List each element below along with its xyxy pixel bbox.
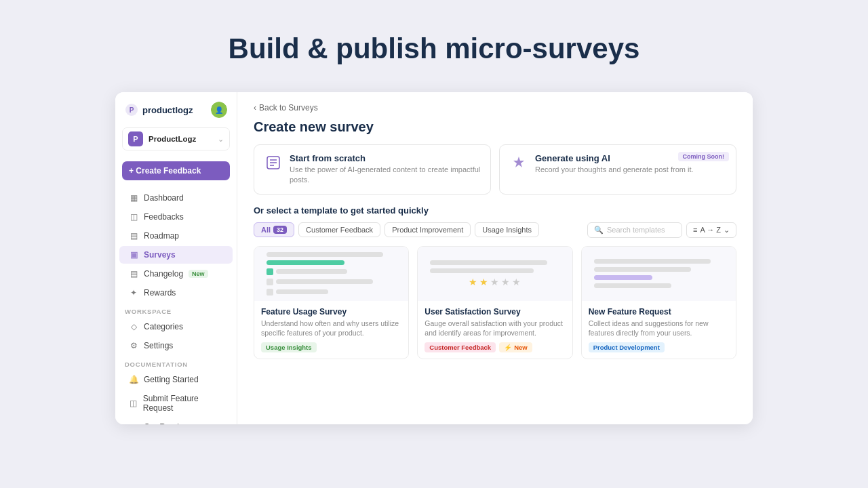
template-info-satisfaction: User Satisfaction Survey Gauge overall s…: [418, 301, 572, 359]
sort-button[interactable]: ≡ A → Z ⌄: [686, 222, 736, 238]
feedbacks-icon: ◫: [129, 212, 138, 222]
search-icon: 🔍: [594, 226, 604, 235]
template-info-feature-usage: Feature Usage Survey Understand how ofte…: [254, 301, 408, 359]
nav-item-surveys[interactable]: ▣ Surveys: [119, 246, 233, 264]
coming-soon-badge: Coming Soon!: [678, 152, 730, 161]
template-filters: All 32 Customer Feedback Product Improve…: [254, 222, 736, 238]
dashboard-icon: ▦: [129, 193, 138, 203]
nav-item-rewards[interactable]: ✦ Rewards: [119, 284, 233, 302]
template-card-feature-usage[interactable]: Feature Usage Survey Understand how ofte…: [254, 246, 409, 359]
workspace-section-label: WORKSPACE: [115, 302, 237, 317]
tag-product-development: Product Development: [589, 342, 665, 352]
rewards-icon: ✦: [129, 288, 138, 298]
start-from-scratch-card[interactable]: Start from scratch Use the power of AI-g…: [254, 144, 491, 195]
star-3: ★: [490, 277, 499, 287]
bell-icon: 🔔: [129, 375, 138, 384]
template-preview-satisfaction: ★ ★ ★ ★ ★: [418, 247, 572, 301]
nav-item-changelog[interactable]: ▤ Changelog New: [119, 265, 233, 283]
star-4: ★: [501, 277, 510, 287]
stars-row: ★ ★ ★ ★ ★: [430, 277, 559, 287]
template-section-title: Or select a template to get started quic…: [254, 205, 736, 216]
app-window: P productlogz 👤 P ProductLogz ⌄ + Create…: [115, 92, 753, 424]
template-card-new-feature[interactable]: New Feature Request Collect ideas and su…: [581, 246, 736, 359]
svg-text:👤: 👤: [215, 106, 224, 115]
logo-icon: P: [125, 103, 138, 117]
nav-item-roadmap[interactable]: ▤ Roadmap: [119, 227, 233, 245]
sort-chevron-icon: ⌄: [724, 226, 730, 235]
template-preview-new-feature: [582, 247, 736, 301]
filter-usage-button[interactable]: Usage Insights: [475, 222, 539, 237]
nav-item-dashboard[interactable]: ▦ Dashboard: [119, 189, 233, 207]
filter-product-button[interactable]: Product Improvement: [384, 222, 471, 237]
roadmap-icon: ▤: [129, 231, 138, 241]
workspace-name: ProductLogz: [149, 135, 212, 143]
tag-customer-feedback: Customer Feedback: [425, 342, 496, 352]
sidebar-logo: P productlogz 👤: [115, 102, 237, 125]
page-title: Create new survey: [254, 119, 736, 135]
nav-item-settings[interactable]: ⚙ Settings: [119, 337, 233, 354]
settings-icon: ⚙: [129, 341, 138, 350]
star-2: ★: [479, 277, 488, 287]
filter-customer-button[interactable]: Customer Feedback: [298, 222, 380, 237]
preview-bars-feature: [261, 248, 401, 300]
template-info-new-feature: New Feature Request Collect ideas and su…: [582, 301, 736, 359]
chevron-down-icon: ⌄: [218, 135, 224, 144]
nav-item-getting-started[interactable]: 🔔 Getting Started: [119, 371, 233, 388]
template-tags-feature: Usage Insights: [261, 342, 401, 352]
nav-item-our-roadmap[interactable]: ◫ Our Roadmap: [119, 418, 233, 424]
categories-icon: ◇: [129, 322, 138, 331]
filter-all-count: 32: [273, 226, 287, 234]
sort-icon: ≡: [693, 226, 697, 234]
search-templates-input[interactable]: 🔍 Search templates: [587, 222, 682, 238]
template-preview-feature-usage: [254, 247, 408, 301]
sidebar: P productlogz 👤 P ProductLogz ⌄ + Create…: [115, 92, 237, 424]
template-card-user-satisfaction[interactable]: ★ ★ ★ ★ ★ User Satisfaction Survey Gauge…: [417, 246, 572, 359]
workspace-selector[interactable]: P ProductLogz ⌄: [122, 127, 230, 150]
submit-icon: ◫: [129, 399, 138, 408]
back-to-surveys-link[interactable]: ‹ Back to Surveys: [254, 103, 736, 113]
our-roadmap-icon: ◫: [129, 422, 138, 424]
template-tags-satisfaction: Customer Feedback ⚡ New: [425, 342, 565, 352]
preview-bars-satisfaction: ★ ★ ★ ★ ★: [425, 256, 565, 291]
star-5: ★: [512, 277, 521, 287]
create-feedback-button[interactable]: + Create Feedback: [122, 161, 230, 180]
avatar: 👤: [211, 102, 227, 118]
logo-text: productlogz: [142, 105, 193, 115]
main-content: ‹ Back to Surveys Create new survey Star…: [237, 92, 753, 424]
chevron-left-icon: ‹: [254, 103, 256, 113]
docs-section-label: DOCUMENTATION: [115, 355, 237, 370]
template-tags-new-feature: Product Development: [589, 342, 729, 352]
surveys-icon: ▣: [129, 250, 138, 260]
nav-item-submit-feature[interactable]: ◫ Submit Feature Request: [119, 390, 233, 417]
create-options: Start from scratch Use the power of AI-g…: [254, 144, 736, 195]
workspace-icon: P: [128, 131, 143, 146]
star-1: ★: [469, 277, 477, 287]
svg-text:P: P: [130, 106, 134, 114]
ai-text: Generate using AI Record your thoughts a…: [535, 153, 694, 175]
nav-item-categories[interactable]: ◇ Categories: [119, 318, 233, 336]
changelog-icon: ▤: [129, 269, 138, 279]
nav-item-feedbacks[interactable]: ◫ Feedbacks: [119, 208, 233, 226]
preview-bars-new-feature: [589, 255, 729, 292]
ai-icon: [509, 153, 528, 172]
tag-new: ⚡ New: [499, 342, 532, 352]
scratch-text: Start from scratch Use the power of AI-g…: [290, 153, 481, 186]
scratch-icon: [264, 153, 283, 172]
generate-ai-card[interactable]: Generate using AI Record your thoughts a…: [499, 144, 736, 195]
changelog-new-badge: New: [189, 270, 208, 278]
hero-title: Build & publish micro-surveys: [229, 33, 640, 65]
tag-usage-insights: Usage Insights: [261, 342, 317, 352]
filter-all-button[interactable]: All 32: [254, 222, 294, 237]
template-grid: Feature Usage Survey Understand how ofte…: [254, 246, 736, 359]
